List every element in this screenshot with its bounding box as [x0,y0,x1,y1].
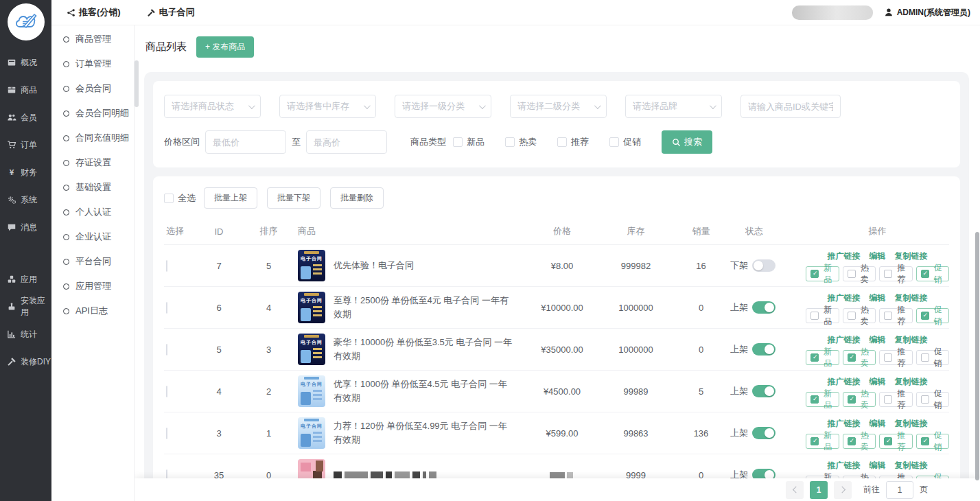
search-button[interactable]: 搜索 [662,130,712,154]
tag-checkbox-热卖[interactable]: 热卖 [843,266,876,281]
tag-checkbox-推荐[interactable]: 推荐 [879,434,913,449]
status-toggle[interactable] [752,301,775,314]
op-link-0[interactable]: 推广链接 [828,292,861,304]
goto-page-input[interactable] [886,481,913,499]
op-link-2[interactable]: 复制链接 [895,250,928,262]
submenu-item-platform-contract[interactable]: 平台合同 [51,249,134,274]
row-checkbox[interactable] [166,386,167,397]
op-link-1[interactable]: 编辑 [870,376,886,388]
tag-checkbox-新品[interactable]: 新品 [806,266,839,281]
tag-checkbox-热卖[interactable]: 热卖 [843,350,876,365]
rail-item-app[interactable]: 应用 [0,266,51,293]
tag-checkbox-新品[interactable]: 新品 [806,350,839,365]
tag-checkbox-促销[interactable]: 促销 [916,350,950,365]
filter-select-1[interactable]: 请选择售中库存 [279,95,376,118]
op-link-1[interactable]: 编辑 [870,460,886,471]
tag-checkbox-促销[interactable]: 促销 [916,434,950,449]
tab-econtract[interactable]: 电子合同 [147,6,195,19]
tag-checkbox-促销[interactable]: 促销 [916,392,950,407]
filter-select-0[interactable]: 请选择商品状态 [164,95,261,118]
tag-checkbox-热卖[interactable]: 热卖 [843,308,876,323]
pagination-bar: 1 前往 页 [135,478,980,501]
op-link-2[interactable]: 复制链接 [895,376,928,388]
tag-checkbox-促销[interactable]: 促销 [916,308,950,323]
submenu-item-order-manage[interactable]: 订单管理 [51,51,134,76]
op-link-2[interactable]: 复制链接 [895,418,928,430]
op-link-0[interactable]: 推广链接 [828,334,861,346]
tag-checkbox-新品[interactable]: 新品 [806,308,839,323]
status-toggle[interactable] [752,385,775,397]
tag-checkbox-新品[interactable]: 新品 [806,434,839,449]
filter-select-2[interactable]: 请选择一级分类 [395,95,491,118]
rail-item-diy[interactable]: 装修DIY [0,348,51,375]
admin-user-menu[interactable]: ADMIN(系统管理员) [884,7,970,19]
row-checkbox[interactable] [166,344,167,356]
submenu-item-personal-auth[interactable]: 个人认证 [51,200,134,224]
row-checkbox[interactable] [166,302,167,314]
min-price-input[interactable] [205,130,286,154]
rail-item-order[interactable]: 订单 [0,131,51,159]
batch-button-0[interactable]: 批量上架 [204,187,257,209]
tag-checkbox-推荐[interactable]: 推荐 [879,350,913,365]
submenu-item-app-manage[interactable]: 应用管理 [51,274,134,299]
row-checkbox[interactable] [166,428,167,439]
op-link-1[interactable]: 编辑 [870,334,886,346]
filter-select-3[interactable]: 请选择二级分类 [510,95,607,118]
keyword-input[interactable] [740,95,841,118]
type-checkbox-1[interactable]: 热卖 [505,136,537,148]
rail-item-goods[interactable]: 商品 [0,76,51,104]
batch-button-2[interactable]: 批量删除 [330,187,384,209]
submenu-item-evidence-setting[interactable]: 存证设置 [51,150,134,175]
submenu-item-contract-recharge-detail[interactable]: 合同充值明细 [51,126,134,150]
rail-item-stats[interactable]: 统计 [0,321,51,348]
next-page-button[interactable] [834,481,852,499]
tag-checkbox-推荐[interactable]: 推荐 [879,308,913,323]
op-link-2[interactable]: 复制链接 [895,334,928,346]
tag-checkbox-推荐[interactable]: 推荐 [879,392,913,407]
status-toggle[interactable] [752,343,775,356]
tag-checkbox-新品[interactable]: 新品 [806,392,839,407]
submenu-item-member-contract-detail[interactable]: 会员合同明细 [51,101,134,126]
rail-item-system[interactable]: 系统 [0,186,51,213]
tag-checkbox-促销[interactable]: 促销 [916,266,950,281]
status-toggle[interactable] [752,427,775,439]
rail-item-install-app[interactable]: 安装应用 [0,293,51,321]
rail-item-message[interactable]: 消息 [0,213,51,241]
prev-page-button[interactable] [786,481,804,499]
op-link-1[interactable]: 编辑 [870,250,886,262]
rail-item-overview[interactable]: 概况 [0,49,51,76]
submenu-scrollbar-thumb[interactable] [135,60,139,107]
submenu-item-goods-manage[interactable]: 商品管理 [51,27,134,51]
select-all-checkbox[interactable] [164,194,174,203]
tag-checkbox-热卖[interactable]: 热卖 [843,392,876,407]
op-link-0[interactable]: 推广链接 [828,376,861,388]
type-checkbox-2[interactable]: 推荐 [557,136,589,148]
tab-promoter[interactable]: 推客(分销) [67,6,121,19]
op-link-0[interactable]: 推广链接 [828,418,861,430]
max-price-input[interactable] [306,130,387,154]
window-scrollbar-thumb[interactable] [975,232,979,480]
rail-item-member[interactable]: 会员 [0,104,51,131]
app-logo[interactable] [8,3,45,40]
op-link-2[interactable]: 复制链接 [895,292,928,304]
op-link-0[interactable]: 推广链接 [828,250,861,262]
tag-checkbox-推荐[interactable]: 推荐 [879,266,913,281]
op-link-1[interactable]: 编辑 [870,418,886,430]
op-link-1[interactable]: 编辑 [870,292,886,304]
submenu-item-member-contract[interactable]: 会员合同 [51,76,134,101]
rail-item-finance[interactable]: ¥财务 [0,159,51,186]
submenu-item-enterprise-auth[interactable]: 企业认证 [51,224,134,249]
submenu-item-basic-setting[interactable]: 基础设置 [51,175,134,200]
tag-checkbox-热卖[interactable]: 热卖 [843,434,876,449]
submenu-item-api-log[interactable]: API日志 [51,299,134,323]
filter-select-4[interactable]: 请选择品牌 [625,95,722,118]
row-checkbox[interactable] [166,260,167,272]
type-checkbox-0[interactable]: 新品 [453,136,485,148]
type-checkbox-3[interactable]: 促销 [609,136,641,148]
op-link-2[interactable]: 复制链接 [895,460,928,471]
batch-button-1[interactable]: 批量下架 [267,187,320,209]
page-number-button[interactable]: 1 [810,481,828,499]
op-link-0[interactable]: 推广链接 [828,460,861,471]
publish-goods-button[interactable]: + 发布商品 [196,36,254,58]
status-toggle[interactable] [752,259,775,272]
